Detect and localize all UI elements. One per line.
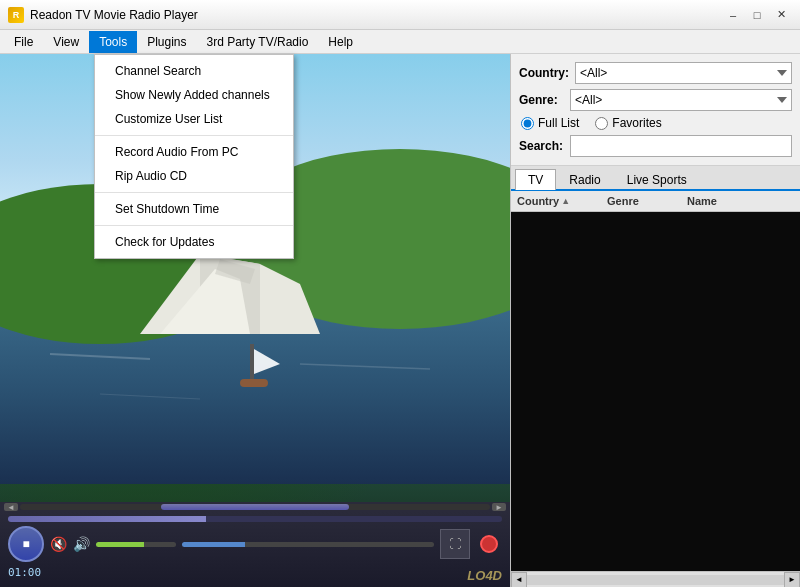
country-column-header[interactable]: Country ▲ bbox=[511, 193, 601, 209]
country-row: Country: <All> USA UK Germany France bbox=[519, 62, 792, 84]
country-label: Country: bbox=[519, 66, 569, 80]
separator-1 bbox=[95, 135, 293, 136]
svg-rect-5 bbox=[280, 234, 510, 304]
scroll-track[interactable] bbox=[20, 504, 490, 510]
stop-button[interactable]: ■ bbox=[8, 526, 44, 562]
full-list-radio[interactable] bbox=[521, 117, 534, 130]
channel-list-content[interactable] bbox=[511, 212, 800, 571]
menu-tools[interactable]: Tools bbox=[89, 31, 137, 53]
filter-section: Country: <All> USA UK Germany France Gen… bbox=[511, 54, 800, 166]
scroll-left-arrow[interactable]: ◄ bbox=[4, 503, 18, 511]
favorites-label: Favorites bbox=[612, 116, 661, 130]
full-list-label: Full List bbox=[538, 116, 579, 130]
menu-customize-user-list[interactable]: Customize User List bbox=[95, 107, 293, 131]
scroll-prev-button[interactable]: ◄ bbox=[511, 572, 527, 588]
menu-bar: File View Tools Plugins 3rd Party TV/Rad… bbox=[0, 30, 800, 54]
right-scrollbar: ◄ ► bbox=[511, 571, 800, 587]
channel-list-header: Country ▲ Genre Name bbox=[511, 191, 800, 212]
app-icon: R bbox=[8, 7, 24, 23]
menu-view[interactable]: View bbox=[43, 31, 89, 53]
search-label: Search: bbox=[519, 139, 564, 153]
mute-button[interactable]: 🔇 bbox=[50, 536, 67, 552]
genre-row: Genre: <All> Sports News Entertainment M… bbox=[519, 89, 792, 111]
menu-thirdparty[interactable]: 3rd Party TV/Radio bbox=[197, 31, 319, 53]
menu-check-updates[interactable]: Check for Updates bbox=[95, 230, 293, 254]
menu-plugins[interactable]: Plugins bbox=[137, 31, 196, 53]
menu-channel-search[interactable]: Channel Search bbox=[95, 59, 293, 83]
search-input[interactable] bbox=[570, 135, 792, 157]
window-controls: – □ ✕ bbox=[722, 4, 792, 26]
full-list-option[interactable]: Full List bbox=[521, 116, 579, 130]
app-title: Readon TV Movie Radio Player bbox=[30, 8, 198, 22]
close-button[interactable]: ✕ bbox=[770, 4, 792, 26]
radio-group: Full List Favorites bbox=[519, 116, 792, 130]
right-panel: Country: <All> USA UK Germany France Gen… bbox=[510, 54, 800, 587]
progress-bar[interactable] bbox=[182, 542, 434, 547]
scroll-right-arrow[interactable]: ► bbox=[492, 503, 506, 511]
maximize-button[interactable]: □ bbox=[746, 4, 768, 26]
tab-tv[interactable]: TV bbox=[515, 169, 556, 190]
genre-column-header[interactable]: Genre bbox=[601, 193, 681, 209]
tab-live-sports[interactable]: Live Sports bbox=[614, 169, 700, 190]
time-row: 01:00 bbox=[8, 566, 502, 579]
tab-radio[interactable]: Radio bbox=[556, 169, 613, 190]
scroll-track-bottom[interactable] bbox=[527, 575, 784, 585]
tools-dropdown-menu: Channel Search Show Newly Added channels… bbox=[94, 54, 294, 259]
separator-3 bbox=[95, 225, 293, 226]
separator-2 bbox=[95, 192, 293, 193]
seek-bar-container bbox=[8, 516, 502, 522]
minimize-button[interactable]: – bbox=[722, 4, 744, 26]
favorites-option[interactable]: Favorites bbox=[595, 116, 661, 130]
country-select[interactable]: <All> USA UK Germany France bbox=[575, 62, 792, 84]
menu-rip-audio-cd[interactable]: Rip Audio CD bbox=[95, 164, 293, 188]
seek-bar[interactable] bbox=[8, 516, 502, 522]
title-bar: R Readon TV Movie Radio Player – □ ✕ bbox=[0, 0, 800, 30]
tabs-bar: TV Radio Live Sports bbox=[511, 166, 800, 191]
scroll-next-button[interactable]: ► bbox=[784, 572, 800, 588]
record-circle bbox=[480, 535, 498, 553]
controls-row: ■ 🔇 🔊 ⛶ bbox=[8, 526, 502, 562]
volume-icon: 🔊 bbox=[73, 536, 90, 552]
name-column-header[interactable]: Name bbox=[681, 193, 800, 209]
svg-rect-10 bbox=[250, 344, 254, 384]
sort-arrow-country: ▲ bbox=[561, 196, 570, 206]
genre-select[interactable]: <All> Sports News Entertainment Music bbox=[570, 89, 792, 111]
menu-set-shutdown-time[interactable]: Set Shutdown Time bbox=[95, 197, 293, 221]
favorites-radio[interactable] bbox=[595, 117, 608, 130]
volume-bar[interactable] bbox=[96, 542, 176, 547]
menu-record-audio[interactable]: Record Audio From PC bbox=[95, 140, 293, 164]
search-row: Search: bbox=[519, 135, 792, 157]
watermark: LO4D bbox=[467, 568, 502, 583]
menu-file[interactable]: File bbox=[4, 31, 43, 53]
genre-label: Genre: bbox=[519, 93, 564, 107]
record-button[interactable] bbox=[476, 531, 502, 557]
time-display: 01:00 bbox=[8, 566, 41, 579]
fullscreen-button[interactable]: ⛶ bbox=[440, 529, 470, 559]
menu-help[interactable]: Help bbox=[318, 31, 363, 53]
control-bar: ■ 🔇 🔊 ⛶ bbox=[0, 512, 510, 587]
svg-rect-12 bbox=[240, 379, 268, 387]
menu-show-newly-added[interactable]: Show Newly Added channels bbox=[95, 83, 293, 107]
